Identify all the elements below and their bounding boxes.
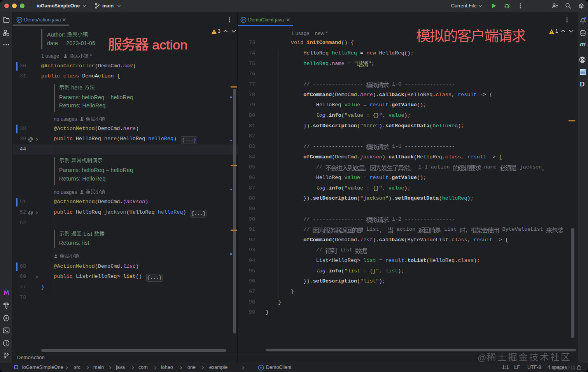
svg-text:C: C [260, 366, 262, 370]
svg-text:C: C [18, 18, 21, 22]
svg-text:C: C [242, 18, 245, 22]
